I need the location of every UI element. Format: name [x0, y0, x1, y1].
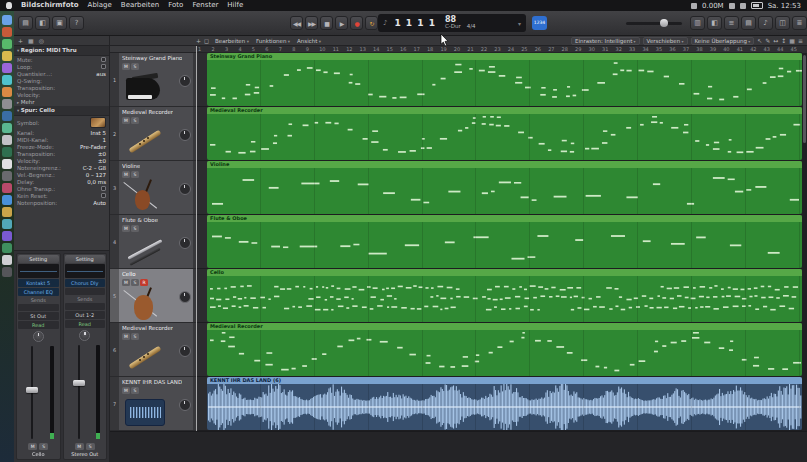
dock-app-icon-17[interactable]	[2, 207, 12, 217]
status-bluetooth-icon[interactable]	[729, 3, 735, 9]
audio-region[interactable]: KENNT IHR DAS LAND (6)	[207, 377, 802, 430]
ruler-bar-18[interactable]: 18	[427, 46, 433, 52]
insert-slot-empty[interactable]	[65, 288, 106, 295]
ruler-bar-37[interactable]: 37	[683, 46, 689, 52]
lcd-position[interactable]: 1 1 1 1	[394, 18, 435, 28]
eq-display[interactable]	[18, 264, 59, 278]
zoom-vertical-icon[interactable]: ↕	[781, 37, 786, 44]
insert-slot[interactable]: Channel EQ	[18, 288, 59, 296]
ruler-bar-26[interactable]: 26	[535, 46, 541, 52]
dock-app-icon-3[interactable]	[2, 39, 12, 49]
arrange-menu-3[interactable]: Ansicht	[297, 38, 321, 44]
track-header-1[interactable]: 1Steinway Grand PianoMS	[110, 53, 196, 107]
ruler-bar-31[interactable]: 31	[602, 46, 608, 52]
ruler-bar-45[interactable]: 45	[791, 46, 797, 52]
ruler-bar-40[interactable]: 40	[723, 46, 729, 52]
ruler-bar-13[interactable]: 13	[360, 46, 366, 52]
ruler-bar-9[interactable]: 9	[306, 46, 309, 52]
automation-mode-button[interactable]: Read	[18, 321, 59, 329]
midi-region[interactable]: Medieval Recorder	[207, 323, 802, 376]
snap-dropdown[interactable]: Einrasten: Intelligent	[571, 37, 640, 45]
cycle-button[interactable]: ↻	[365, 16, 378, 30]
dock-app-icon-7[interactable]	[2, 87, 12, 97]
ruler-bar-17[interactable]: 17	[413, 46, 419, 52]
solo-button[interactable]: S	[39, 443, 48, 450]
ruler-bar-30[interactable]: 30	[589, 46, 595, 52]
quick-help-icon[interactable]: ?	[69, 16, 84, 30]
solo-button[interactable]: S	[131, 63, 139, 70]
track-param-value[interactable]: ±0	[98, 151, 106, 157]
output-slot[interactable]: St Out	[18, 312, 59, 320]
ruler-bar-25[interactable]: 25	[521, 46, 527, 52]
drag-mode-dropdown[interactable]: Keine Überlappung	[691, 37, 755, 45]
ruler-bar-32[interactable]: 32	[615, 46, 621, 52]
dock-app-icon-1[interactable]	[2, 15, 12, 25]
pointer-tool-icon[interactable]: ↖	[757, 37, 762, 44]
ruler-bar-36[interactable]: 36	[669, 46, 675, 52]
ruler-bar-34[interactable]: 34	[642, 46, 648, 52]
dock-app-icon-15[interactable]	[2, 183, 12, 193]
ruler-bar-21[interactable]: 21	[467, 46, 473, 52]
track-header-6[interactable]: 6Medieval RecorderMS	[110, 323, 196, 377]
record-enable-button[interactable]: R	[140, 279, 148, 286]
dock-app-icon-18[interactable]	[2, 219, 12, 229]
dock-app-icon-9[interactable]	[2, 111, 12, 121]
setting-button[interactable]: Setting	[18, 255, 59, 263]
zoom-horizontal-icon[interactable]: ↔	[773, 37, 778, 44]
dock-app-icon-21[interactable]	[2, 255, 12, 265]
fader-cap[interactable]	[26, 387, 38, 393]
track-header-3[interactable]: 3ViolineMS	[110, 161, 196, 215]
status-wifi-icon[interactable]	[740, 3, 746, 9]
send-slot-empty[interactable]	[18, 304, 59, 311]
region-param-checkbox[interactable]	[101, 57, 106, 62]
ruler-bar-41[interactable]: 41	[737, 46, 743, 52]
track-volume-knob[interactable]	[179, 237, 191, 249]
lcd-key[interactable]: C-Dur	[445, 24, 461, 30]
solo-button[interactable]: S	[131, 279, 139, 286]
menu-item-5[interactable]: Fenster	[192, 0, 218, 11]
track-header-7[interactable]: 7KENNT IHR DAS LANDMS	[110, 377, 196, 431]
ruler-bar-23[interactable]: 23	[494, 46, 500, 52]
dock-app-icon-5[interactable]	[2, 63, 12, 73]
track-param-checkbox[interactable]	[101, 193, 106, 198]
eq-display[interactable]	[65, 264, 106, 278]
ruler-bar-12[interactable]: 12	[346, 46, 352, 52]
solo-button[interactable]: S	[131, 333, 139, 340]
track-volume-knob[interactable]	[179, 291, 191, 303]
ruler-bar-24[interactable]: 24	[508, 46, 514, 52]
ruler-bar-14[interactable]: 14	[373, 46, 379, 52]
pan-knob[interactable]	[33, 331, 44, 342]
track-inspector-header[interactable]: Spur: Cello	[14, 106, 109, 116]
dock-app-icon-16[interactable]	[2, 195, 12, 205]
ruler-bar-2[interactable]: 2	[211, 46, 214, 52]
browsers-icon[interactable]: ◫	[775, 16, 790, 30]
add-track-button[interactable]: +	[196, 36, 201, 46]
add-icon[interactable]: +	[18, 36, 23, 46]
track-header-5[interactable]: 5CelloMSR	[110, 269, 196, 323]
dock-app-icon-13[interactable]	[2, 159, 12, 169]
settings-icon[interactable]: ◎	[39, 36, 44, 46]
region-inspector-header[interactable]: Region: MIDI Thru	[14, 46, 109, 56]
ruler-bar-44[interactable]: 44	[777, 46, 783, 52]
menu-item-3[interactable]: Bearbeiten	[121, 0, 159, 11]
midi-region[interactable]: Flute & Oboe	[207, 215, 802, 268]
track-lane-7[interactable]: KENNT IHR DAS LAND (6)	[196, 377, 802, 431]
library-grid-icon[interactable]: ▦	[28, 36, 34, 46]
dock-app-icon-22[interactable]	[2, 267, 12, 277]
ruler-bar-27[interactable]: 27	[548, 46, 554, 52]
track-param-value[interactable]: Pre-Fader	[80, 144, 106, 150]
fader-cap[interactable]	[73, 380, 85, 386]
track-param-value[interactable]: 1	[103, 137, 107, 143]
insert-slot[interactable]: Kontakt 5	[18, 279, 59, 287]
track-lane-6[interactable]: Medieval Recorder	[196, 323, 802, 377]
dock-app-icon-12[interactable]	[2, 147, 12, 157]
output-slot[interactable]: Out 1-2	[65, 311, 106, 319]
waveform-zoom-icon[interactable]: ▦	[789, 37, 795, 44]
ruler-bar-3[interactable]: 3	[225, 46, 228, 52]
mute-button[interactable]: M	[122, 279, 130, 286]
track-header-2[interactable]: 2Medieval RecorderMS	[110, 107, 196, 161]
lcd-display[interactable]: ♪ 1 1 1 1 88 C-Dur 4/4 ▾	[378, 14, 526, 32]
dock-app-icon-20[interactable]	[2, 243, 12, 253]
dock-app-icon-19[interactable]	[2, 231, 12, 241]
solo-button[interactable]: S	[131, 171, 139, 178]
